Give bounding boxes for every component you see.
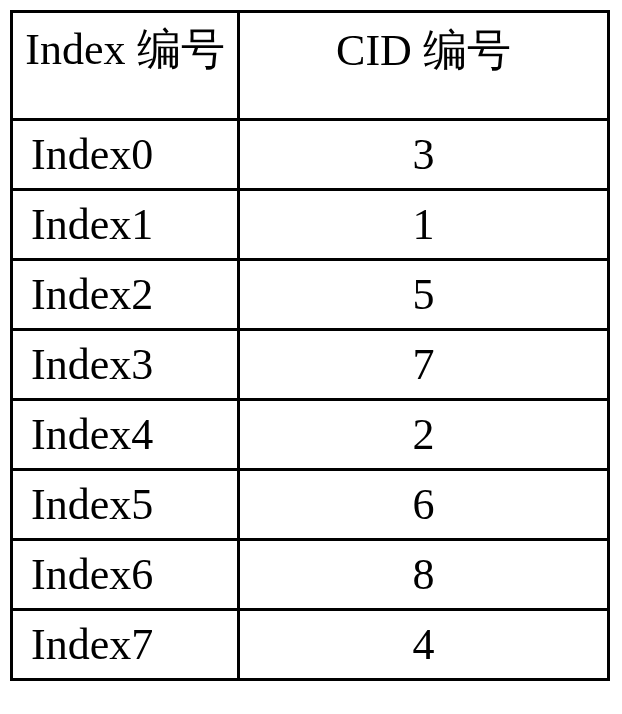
index-cid-table: Index 编号 CID 编号 Index0 3 Index1 1 Index2… (10, 10, 610, 681)
table-header-row: Index 编号 CID 编号 (12, 12, 609, 120)
cell-index: Index7 (12, 610, 239, 680)
cell-cid: 3 (238, 120, 608, 190)
cell-index: Index2 (12, 260, 239, 330)
header-index: Index 编号 (12, 12, 239, 120)
table-row: Index6 8 (12, 540, 609, 610)
cell-index: Index1 (12, 190, 239, 260)
cell-cid: 6 (238, 470, 608, 540)
cell-cid: 2 (238, 400, 608, 470)
cell-cid: 4 (238, 610, 608, 680)
table-row: Index7 4 (12, 610, 609, 680)
table-row: Index0 3 (12, 120, 609, 190)
table-row: Index2 5 (12, 260, 609, 330)
cell-index: Index6 (12, 540, 239, 610)
table-row: Index4 2 (12, 400, 609, 470)
cell-cid: 1 (238, 190, 608, 260)
cell-cid: 5 (238, 260, 608, 330)
cell-index: Index0 (12, 120, 239, 190)
cell-index: Index5 (12, 470, 239, 540)
cell-cid: 7 (238, 330, 608, 400)
table-row: Index3 7 (12, 330, 609, 400)
cell-cid: 8 (238, 540, 608, 610)
header-cid: CID 编号 (238, 12, 608, 120)
table-row: Index5 6 (12, 470, 609, 540)
cell-index: Index3 (12, 330, 239, 400)
table-row: Index1 1 (12, 190, 609, 260)
cell-index: Index4 (12, 400, 239, 470)
